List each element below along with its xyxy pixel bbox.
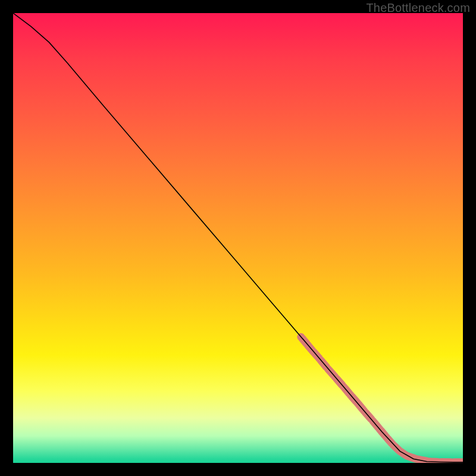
svg-point-33 (389, 441, 397, 449)
curve-layer (13, 13, 463, 463)
chart-stage: TheBottleneck.com (0, 0, 476, 476)
highlight-marks (297, 333, 463, 463)
main-curve (13, 13, 463, 462)
plot-area (13, 13, 463, 463)
